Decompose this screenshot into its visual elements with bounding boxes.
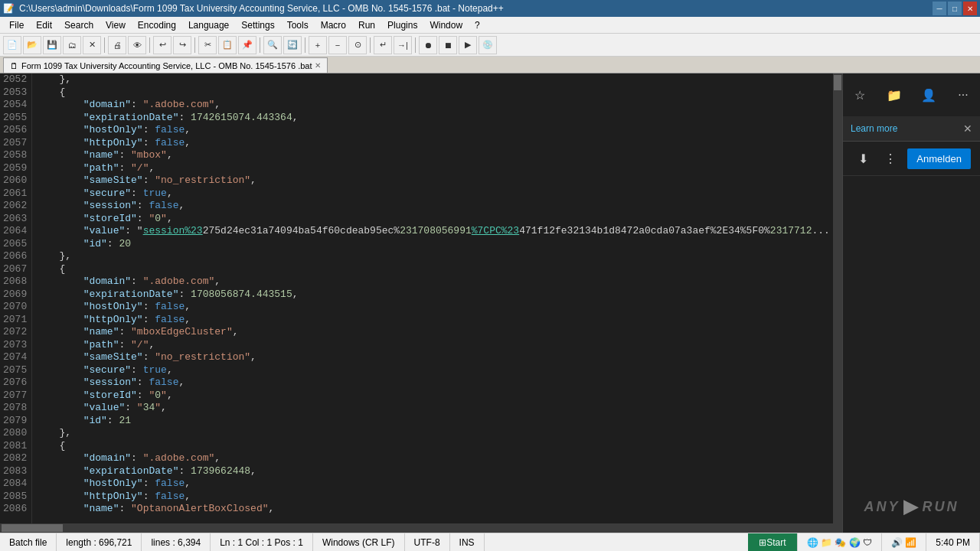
tab-label: Form 1099 Tax University Accounting Serv…	[21, 61, 312, 70]
print-preview-button[interactable]: 👁	[128, 36, 146, 54]
vertical-scrollbar[interactable]	[833, 73, 842, 523]
status-filetype: Batch file	[0, 533, 57, 551]
system-tray: 🔊 📶	[882, 533, 926, 551]
macro-rec-button[interactable]: ⏺	[419, 36, 437, 54]
close-button[interactable]: ✕	[963, 2, 977, 15]
zoom-out-button[interactable]: −	[328, 36, 347, 54]
notepad-editor: 2052 2053 2054 2055 2056 2057 2058 2059 …	[0, 73, 842, 533]
toolbar-sep-2	[149, 37, 150, 53]
macro-save-button[interactable]: 💿	[479, 36, 497, 54]
tab-icon: 🗒	[10, 61, 18, 70]
menu-bar: File Edit Search View Encoding Language …	[0, 17, 980, 34]
title-bar: 📝 C:\Users\admin\Downloads\Form 1099 Tax…	[0, 0, 980, 17]
scrollbar-thumb[interactable]	[834, 75, 841, 90]
menu-plugins[interactable]: Plugins	[381, 18, 423, 32]
title-bar-title: C:\Users\admin\Downloads\Form 1099 Tax U…	[19, 3, 504, 14]
redo-button[interactable]: ↪	[173, 36, 191, 54]
browser-icon-row: ⬇ ⋮ Anmelden	[843, 142, 980, 176]
save-all-button[interactable]: 🗂	[63, 36, 81, 54]
menu-run[interactable]: Run	[352, 18, 381, 32]
zoom-in-button[interactable]: +	[309, 36, 327, 54]
horizontal-scrollbar[interactable]	[0, 523, 842, 533]
open-button[interactable]: 📂	[23, 36, 41, 54]
save-button[interactable]: 💾	[43, 36, 61, 54]
paste-button[interactable]: 📌	[238, 36, 256, 54]
menu-macro[interactable]: Macro	[315, 18, 352, 32]
menu-edit[interactable]: Edit	[30, 18, 58, 32]
tab-file[interactable]: 🗒 Form 1099 Tax University Accounting Se…	[3, 57, 328, 73]
toolbar-sep-5	[305, 37, 305, 53]
toolbar-sep-3	[194, 37, 195, 53]
zoom-reset-button[interactable]: ⊙	[348, 36, 367, 54]
start-button[interactable]: ⊞ Start	[748, 533, 797, 551]
toolbar-sep-1	[104, 37, 105, 53]
taskbar-icons: 🌐 📁 🎭 🌍 🛡	[798, 533, 882, 551]
anyrun-logo: ANY ▶ RUN	[864, 496, 959, 517]
code-content[interactable]: }, { "domain": ".adobe.com", "expiration…	[32, 73, 833, 523]
replace-button[interactable]: 🔄	[283, 36, 302, 54]
menu-language[interactable]: Language	[182, 18, 235, 32]
status-lines: lines : 6,394	[142, 533, 211, 551]
browser-avatar-icon[interactable]: 👤	[918, 84, 939, 106]
status-encoding: UTF-8	[405, 533, 450, 551]
title-bar-controls: ─ □ ✕	[933, 2, 977, 15]
anyrun-run-text: RUN	[923, 499, 959, 515]
browser-ellipsis-icon[interactable]: ⋮	[880, 148, 901, 169]
indent-button[interactable]: →|	[394, 36, 412, 54]
menu-help[interactable]: ?	[469, 18, 486, 32]
menu-view[interactable]: View	[100, 18, 132, 32]
copy-button[interactable]: 📋	[218, 36, 237, 54]
status-lineending: Windows (CR LF)	[313, 533, 405, 551]
toolbar-sep-7	[415, 37, 416, 53]
anyrun-play-icon: ▶	[903, 496, 920, 517]
wrap-button[interactable]: ↵	[374, 36, 392, 54]
hscroll-thumb[interactable]	[2, 524, 63, 532]
browser-favorites-icon[interactable]: ☆	[849, 84, 871, 106]
macro-stop-button[interactable]: ⏹	[439, 36, 457, 54]
toolbar: 📄 📂 💾 🗂 ✕ 🖨 👁 ↩ ↪ ✂ 📋 📌 🔍 🔄 + − ⊙ ↵ →| ⏺…	[0, 34, 980, 57]
tab-close-icon[interactable]: ✕	[315, 61, 321, 70]
macro-play-button[interactable]: ▶	[459, 36, 477, 54]
close-notification-button[interactable]: ✕	[963, 122, 972, 135]
browser-download-icon[interactable]: ⬇	[852, 148, 874, 169]
print-button[interactable]: 🖨	[108, 36, 126, 54]
editor-and-browser: 2052 2053 2054 2055 2056 2057 2058 2059 …	[0, 73, 980, 533]
toolbar-sep-4	[260, 37, 260, 53]
menu-tools[interactable]: Tools	[281, 18, 315, 32]
learn-more-link[interactable]: Learn more	[851, 123, 897, 134]
menu-file[interactable]: File	[3, 18, 30, 32]
clock: 5:40 PM	[926, 533, 980, 551]
code-lines[interactable]: 2052 2053 2054 2055 2056 2057 2058 2059 …	[0, 73, 842, 523]
notification-bar: Learn more ✕	[843, 116, 980, 142]
menu-encoding[interactable]: Encoding	[132, 18, 182, 32]
status-position: Ln : 1 Col : 1 Pos : 1	[211, 533, 313, 551]
tab-bar: 🗒 Form 1099 Tax University Accounting Se…	[0, 57, 980, 73]
cut-button[interactable]: ✂	[198, 36, 217, 54]
maximize-button[interactable]: □	[948, 2, 962, 15]
anyrun-any-text: ANY	[864, 499, 900, 515]
browser-collections-icon[interactable]: 📁	[884, 84, 905, 106]
anmelden-button[interactable]: Anmelden	[907, 148, 971, 169]
app-window: 📝 C:\Users\admin\Downloads\Form 1099 Tax…	[0, 0, 980, 551]
toolbar-sep-6	[370, 37, 371, 53]
menu-search[interactable]: Search	[58, 18, 100, 32]
line-numbers: 2052 2053 2054 2055 2056 2057 2058 2059 …	[0, 73, 32, 523]
browser-panel: ☆ 📁 👤 ··· Learn more ✕ ⬇ ⋮ Anmelden ANY	[842, 73, 980, 533]
browser-more-icon[interactable]: ···	[952, 84, 974, 106]
menu-window[interactable]: Window	[423, 18, 469, 32]
status-length: length : 696,721	[57, 533, 142, 551]
notepadpp-icon: 📝	[3, 3, 15, 14]
status-bar: Batch file length : 696,721 lines : 6,39…	[0, 533, 980, 551]
status-insert: INS	[450, 533, 485, 551]
undo-button[interactable]: ↩	[153, 36, 172, 54]
menu-settings[interactable]: Settings	[235, 18, 280, 32]
title-bar-text: 📝 C:\Users\admin\Downloads\Form 1099 Tax…	[3, 3, 504, 14]
browser-toolbar: ☆ 📁 👤 ···	[843, 73, 980, 116]
new-button[interactable]: 📄	[3, 36, 21, 54]
close-button-tb[interactable]: ✕	[83, 36, 101, 54]
search-button-tb[interactable]: 🔍	[263, 36, 282, 54]
minimize-button[interactable]: ─	[933, 2, 946, 15]
anyrun-logo-area: ANY ▶ RUN	[843, 176, 980, 533]
